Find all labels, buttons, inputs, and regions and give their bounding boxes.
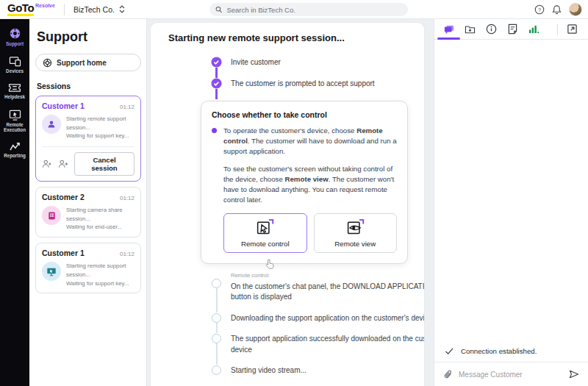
paperclip-icon <box>443 369 453 379</box>
search-input[interactable] <box>226 6 402 14</box>
attach-file-button[interactable] <box>443 369 453 379</box>
message-customer-input[interactable] <box>459 371 563 379</box>
step-pending-icon <box>212 279 221 288</box>
add-participant-button[interactable] <box>42 160 52 168</box>
session-status-line2: Waiting for support key... <box>66 279 135 288</box>
support-home-button[interactable]: Support home <box>35 54 141 71</box>
step-label: The customer is prompted to accept suppo… <box>231 78 375 99</box>
session-timeline-title: Starting new remote support session... <box>168 32 424 43</box>
side-panel-tabs <box>434 19 588 40</box>
sidebar-item-support[interactable]: Support <box>0 25 29 49</box>
step-pending-icon <box>212 313 221 323</box>
info-icon <box>486 24 497 35</box>
step-done-icon <box>211 78 222 89</box>
folder-download-icon <box>465 24 476 34</box>
session-timeline-card: Starting new remote support session... I… <box>150 22 425 386</box>
page-title: Support <box>37 29 140 45</box>
timeline-step-pending: The support application successfully dow… <box>211 333 425 365</box>
sessions-heading: Sessions <box>37 82 140 90</box>
send-icon <box>569 370 579 379</box>
sidebar-item-devices[interactable]: Devices <box>0 54 29 76</box>
help-button[interactable]: ? <box>534 4 545 15</box>
svg-text:?: ? <box>538 7 541 13</box>
bell-icon <box>552 4 562 15</box>
logo-goto-text: GoTo <box>7 2 34 16</box>
remote-view-label: Remote view <box>334 240 376 248</box>
connection-status-text: Connection established. <box>461 347 537 355</box>
user-avatar[interactable] <box>569 3 582 16</box>
global-search[interactable] <box>209 3 408 16</box>
send-message-button[interactable] <box>569 370 579 379</box>
step-label: Invite customer <box>231 57 281 78</box>
session-timer: 01:12 <box>120 104 135 110</box>
step-pending-icon <box>212 365 221 375</box>
support-panel: Support Support home Sessions Customer 1… <box>29 19 147 386</box>
sidebar-label: Helpdesk <box>4 94 25 99</box>
timeline-step-done: The customer is prompted to accept suppo… <box>211 78 425 99</box>
sidebar-label: Support <box>6 41 24 46</box>
tab-chat[interactable] <box>439 19 459 39</box>
person-arrow-icon <box>58 160 68 168</box>
sidebar-label: Remote Execution <box>0 122 29 132</box>
current-step-bullet <box>212 128 217 133</box>
support-home-label: Support home <box>57 59 107 67</box>
left-nav-rail: Support Devices Helpdesk Remote Executio… <box>0 19 29 386</box>
camera-share-icon <box>42 206 61 225</box>
step-label: On the customer's chat panel, the DOWNLO… <box>231 282 425 301</box>
bar-chart-icon <box>528 24 539 34</box>
step-done-icon <box>211 57 222 68</box>
session-name: Customer 1 <box>42 101 85 110</box>
session-timer: 01:12 <box>120 251 135 257</box>
transfer-session-button[interactable] <box>58 160 68 168</box>
goto-resolve-logo[interactable]: GoTo Resolve <box>7 2 55 16</box>
customer-avatar-icon <box>42 115 61 134</box>
support-home-icon <box>43 58 52 68</box>
chevron-updown-icon <box>119 5 125 13</box>
sidebar-label: Devices <box>6 68 24 74</box>
logo-resolve-text: Resolve <box>35 3 55 8</box>
checkmark-icon <box>445 347 454 355</box>
devices-icon <box>9 56 21 67</box>
session-card-customer2[interactable]: Customer 2 01:12 Starting camera share s… <box>35 187 141 237</box>
pop-out-window-icon <box>567 24 578 35</box>
remote-execution-icon <box>9 110 21 121</box>
search-icon <box>215 6 222 13</box>
sidebar-item-remote-execution[interactable]: Remote Execution <box>0 107 29 135</box>
notifications-button[interactable] <box>552 4 562 15</box>
session-card-customer1-active[interactable]: Customer 1 01:12 Starting remote support… <box>35 96 141 182</box>
pop-out-panel-button[interactable] <box>562 19 582 39</box>
remote-control-button[interactable]: Remote control <box>223 213 307 253</box>
session-name: Customer 1 <box>42 249 85 257</box>
session-timer: 01:12 <box>120 195 135 201</box>
dialog-title: Choose whether to take control <box>212 110 397 119</box>
step-label: Downloading the support application on t… <box>231 312 425 334</box>
step-label: The support application successfully dow… <box>231 333 425 365</box>
divider <box>64 4 65 15</box>
message-input-row <box>434 362 588 386</box>
cancel-session-button[interactable]: Cancel session <box>74 152 135 176</box>
mouse-pointer-hand-icon <box>265 258 276 270</box>
reporting-chart-icon <box>9 142 21 151</box>
tab-system-diagnostics[interactable] <box>524 19 544 39</box>
tab-file-transfer[interactable] <box>460 19 480 39</box>
session-side-panel: Connection established. <box>434 19 588 386</box>
tab-notes[interactable] <box>503 19 523 39</box>
session-card-customer1b[interactable]: Customer 1 01:12 Starting remote support… <box>35 243 141 293</box>
dialog-body: To operate the customer's device, choose… <box>223 126 397 205</box>
session-name: Customer 2 <box>42 193 85 201</box>
org-name: BizTech Co. <box>74 5 115 14</box>
org-selector[interactable]: BizTech Co. <box>74 5 125 14</box>
tab-session-info[interactable] <box>481 19 501 39</box>
remote-view-button[interactable]: Remote view <box>314 213 398 253</box>
session-status-line1: Starting remote support session... <box>66 115 135 132</box>
timeline-step-pending: Downloading the support application on t… <box>211 312 425 334</box>
remote-view-icon <box>345 218 365 237</box>
timeline-step-done: Invite customer <box>211 57 425 78</box>
sidebar-item-reporting[interactable]: Reporting <box>0 140 29 160</box>
session-status-line1: Starting camera share session... <box>66 206 135 223</box>
timeline-step-pending: Remote control: On the customer's chat p… <box>211 271 425 312</box>
remote-desktop-icon <box>42 262 61 281</box>
top-bar: GoTo Resolve BizTech Co. ? <box>0 0 588 19</box>
sidebar-item-helpdesk[interactable]: Helpdesk <box>0 81 29 101</box>
remote-control-icon <box>255 218 275 237</box>
